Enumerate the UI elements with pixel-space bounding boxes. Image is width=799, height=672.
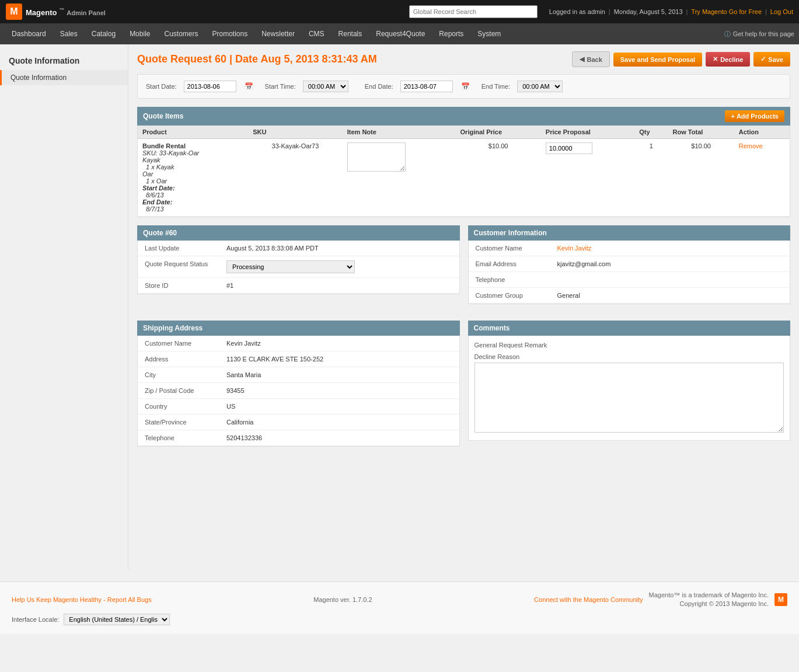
comments-title: Comments (474, 324, 510, 332)
date-text: Monday, August 5, 2013 (614, 8, 683, 15)
save-send-proposal-button[interactable]: Save and Send Proposal (613, 53, 702, 67)
magento-icon: M (6, 4, 22, 20)
decline-reason-textarea[interactable] (474, 363, 784, 433)
nav-item-customers[interactable]: Customers (157, 25, 205, 43)
shipping-section: Shipping Address Customer Name Kevin Jav… (137, 321, 460, 447)
col-price-proposal: Price Proposal (541, 126, 634, 139)
status-cell[interactable]: Processing Pending Approved Declined (219, 256, 459, 278)
save-button[interactable]: ✓ Save (753, 52, 790, 67)
comments-body: General Request Remark Decline Reason (468, 336, 791, 441)
nav-item-newsletter[interactable]: Newsletter (254, 25, 302, 43)
col-item-note: Item Note (343, 126, 456, 139)
calendar-icon-end[interactable]: 📅 (461, 82, 470, 90)
price-proposal-cell[interactable] (541, 139, 634, 217)
back-button[interactable]: ◀ Back (572, 51, 609, 67)
decline-button[interactable]: ✕ Decline (706, 52, 750, 67)
quote-info-table: Last Update August 5, 2013 8:33:08 AM PD… (138, 241, 459, 294)
status-select[interactable]: Processing Pending Approved Declined (226, 260, 355, 273)
quote-info-body: Last Update August 5, 2013 8:33:08 AM PD… (137, 241, 460, 294)
page-header: Quote Request 60 | Date Aug 5, 2013 8:31… (137, 51, 790, 67)
version-text: Magento ver. 1.7.0.2 (313, 596, 372, 603)
shipping-title: Shipping Address (143, 324, 203, 332)
end-time-select[interactable]: 00:00 AM (517, 81, 563, 92)
zip-label: Zip / Postal Code (138, 383, 219, 399)
comments-header: Comments (468, 321, 791, 336)
table-row: Bundle Rental SKU: 33-Kayak-Oar Kayak 1 … (138, 139, 790, 217)
locale-label: Interface Locale: (12, 616, 59, 623)
search-input[interactable] (409, 5, 538, 18)
customer-name-link[interactable]: Kevin Javitz (557, 245, 592, 252)
remove-link[interactable]: Remove (739, 142, 763, 149)
nav-item-sales[interactable]: Sales (53, 25, 85, 43)
page-title: Quote Request 60 | Date Aug 5, 2013 8:31… (137, 53, 377, 65)
bug-report-link[interactable]: Help Us Keep Magento Healthy - Report Al… (12, 596, 152, 603)
trademark-symbol: ™ (59, 7, 64, 13)
item-note-cell[interactable] (343, 139, 456, 217)
nav-item-reports[interactable]: Reports (432, 25, 470, 43)
customer-info-table: Customer Name Kevin Javitz Email Address… (469, 241, 790, 304)
end-time-label: End Time: (482, 83, 511, 90)
try-magento-link[interactable]: Try Magento Go for Free (691, 8, 762, 15)
community-link[interactable]: Connect with the Magento Community (534, 596, 643, 603)
col-product: Product (138, 126, 248, 139)
sidebar-item-quote-info[interactable]: Quote Information (0, 70, 128, 85)
trademark-text: Magento™ is a trademark of Magento Inc. (649, 591, 769, 600)
nav-item-system[interactable]: System (470, 25, 508, 43)
original-price-cell: $10.00 (456, 139, 541, 217)
nav-item-rentals[interactable]: Rentals (332, 25, 369, 43)
store-id-label: Store ID (138, 278, 219, 294)
sku-cell: 33-Kayak-Oar73 (248, 139, 343, 217)
nav-item-mobile[interactable]: Mobile (123, 25, 157, 43)
nav-item-request4quote[interactable]: Request4Quote (369, 25, 432, 43)
shipping-address-row: Address 1130 E CLARK AVE STE 150-252 (138, 351, 459, 367)
copyright-text: Copyright © 2013 Magento Inc. (649, 600, 769, 608)
last-update-label: Last Update (138, 241, 219, 256)
decline-reason-label: Decline Reason (474, 353, 784, 360)
nav-item-catalog[interactable]: Catalog (85, 25, 123, 43)
nav-item-promotions[interactable]: Promotions (205, 25, 255, 43)
telephone-label: Telephone (469, 272, 550, 288)
nav-item-cms[interactable]: CMS (302, 25, 332, 43)
back-label: Back (587, 56, 602, 63)
city-value: Santa Maria (219, 367, 459, 383)
customer-info-col: Customer Information Customer Name Kevin… (468, 225, 791, 312)
get-help[interactable]: ⓘ Get help for this page (724, 30, 794, 39)
quote-info-header: Quote #60 (137, 225, 460, 241)
sidebar: Quote Information Quote Information (0, 44, 128, 570)
customer-name-value: Kevin Javitz (550, 241, 790, 256)
store-id-value: #1 (219, 278, 459, 294)
logo: M Magento ™ Admin Panel (6, 4, 106, 20)
nav-item-dashboard[interactable]: Dashboard (5, 25, 53, 43)
page-actions: ◀ Back Save and Send Proposal ✕ Decline … (572, 51, 790, 67)
footer-bottom: Interface Locale: English (United States… (12, 614, 787, 625)
admin-panel-label: Admin Panel (67, 9, 106, 16)
start-time-label: Start Time: (265, 83, 296, 90)
x-icon: ✕ (713, 55, 718, 63)
telephone-value (550, 272, 790, 288)
shipping-address-col: Shipping Address Customer Name Kevin Jav… (137, 321, 460, 455)
logout-link[interactable]: Log Out (770, 8, 793, 15)
item-note-textarea[interactable] (347, 142, 406, 172)
calendar-icon-start[interactable]: 📅 (245, 82, 253, 90)
status-label: Quote Request Status (138, 256, 219, 278)
save-label: Save (768, 56, 783, 63)
shipping-table: Customer Name Kevin Javitz Address 1130 … (138, 336, 459, 446)
address-value: 1130 E CLARK AVE STE 150-252 (219, 351, 459, 367)
locale-select[interactable]: English (United States) / Englis (64, 614, 170, 625)
add-products-button[interactable]: + Add Products (725, 110, 784, 122)
start-date-input[interactable] (184, 81, 236, 92)
help-icon: ⓘ (724, 30, 731, 39)
col-sku: SKU (248, 126, 343, 139)
sidebar-title: Quote Information (0, 50, 128, 70)
action-cell[interactable]: Remove (734, 139, 790, 217)
search-box[interactable] (409, 5, 538, 18)
start-time-select[interactable]: 00:00 AM (303, 81, 348, 92)
city-label: City (138, 367, 219, 383)
end-date-input[interactable] (400, 81, 453, 92)
product-name: Bundle Rental (142, 142, 243, 149)
quote-info-title: Quote #60 (143, 229, 177, 237)
price-proposal-input[interactable] (546, 142, 592, 154)
shipping-name-value: Kevin Javitz (219, 336, 459, 351)
shipping-name-row: Customer Name Kevin Javitz (138, 336, 459, 351)
date-row: Start Date: 📅 Start Time: 00:00 AM End D… (137, 74, 790, 99)
